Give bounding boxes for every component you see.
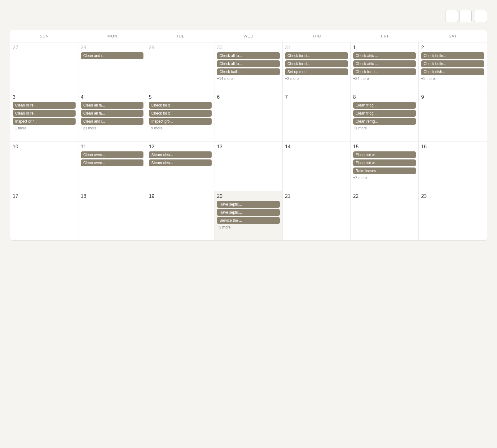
navigation-controls — [446, 10, 487, 22]
event-tag[interactable]: Clean all fa... — [81, 110, 144, 117]
date-number: 21 — [285, 194, 348, 199]
event-tag[interactable]: Clean fridg... — [353, 110, 416, 117]
date-number: 16 — [421, 144, 484, 150]
more-events-link[interactable]: +23 more — [81, 126, 144, 130]
prev-month-button[interactable] — [446, 10, 458, 22]
date-number: 3 — [13, 94, 76, 100]
event-tag[interactable]: Clean and r... — [81, 52, 144, 59]
event-tag[interactable]: Clean or re... — [13, 102, 76, 109]
event-tag[interactable]: Clean oven... — [81, 159, 144, 166]
date-number: 8 — [353, 94, 416, 100]
more-events-link[interactable]: +5 more — [421, 76, 484, 81]
event-tag[interactable]: Check all to... — [217, 52, 280, 59]
calendar-cells: 2728Clean and r...2930Check all to...Che… — [10, 42, 487, 241]
calendar-cell-19: 19 — [146, 191, 214, 241]
calendar-cell-17: 17 — [10, 191, 78, 241]
day-header-wed: WED — [214, 30, 283, 42]
calendar-cell-22: 22 — [351, 191, 419, 241]
day-header-fri: FRI — [351, 30, 419, 42]
event-tag[interactable]: Have septic... — [217, 209, 280, 216]
date-number: 31 — [285, 45, 348, 50]
calendar-header — [10, 10, 487, 22]
calendar-cell-23: 23 — [419, 191, 487, 241]
date-number: 20 — [217, 194, 280, 199]
date-number: 10 — [13, 144, 76, 150]
event-tag[interactable]: Clean refrig... — [353, 118, 416, 125]
event-tag[interactable]: Have septic... — [217, 201, 280, 208]
more-events-link[interactable]: +24 more — [353, 76, 416, 81]
event-tag[interactable]: Set up mou... — [285, 68, 348, 75]
calendar-cell-3: 3Clean or re...Clean or re...Inspect or … — [10, 92, 78, 141]
event-tag[interactable]: Check boile... — [421, 60, 484, 67]
event-tag[interactable]: Steam clea... — [149, 151, 212, 158]
event-tag[interactable]: Check attic ... — [353, 52, 416, 59]
more-events-link[interactable]: +1 more — [353, 126, 416, 130]
calendar-cell-13: 13 — [214, 141, 283, 191]
more-events-link[interactable]: +7 more — [353, 176, 416, 180]
event-tag[interactable]: Flush hot w... — [353, 159, 416, 166]
day-header-tue: TUE — [146, 30, 214, 42]
date-number: 23 — [421, 194, 484, 199]
event-tag[interactable]: Check for si... — [285, 52, 348, 59]
calendar-cell-29: 29 — [146, 42, 214, 92]
date-number: 2 — [421, 45, 484, 50]
calendar-cell-28: 28Clean and r... — [78, 42, 147, 92]
calendar-cell-21: 21 — [283, 191, 351, 241]
event-tag[interactable]: Flush hot w... — [353, 151, 416, 158]
calendar-cell-4: 4Clean all fa...Clean all fa...Clean and… — [78, 92, 147, 141]
event-tag[interactable]: Rake leaves — [353, 167, 416, 174]
calendar-cell-2: 2Check boile...Check boile...Check dish.… — [419, 42, 487, 92]
date-number: 17 — [13, 194, 76, 199]
date-number: 4 — [81, 94, 144, 100]
event-tag[interactable]: Check boile... — [421, 52, 484, 59]
more-events-link[interactable]: +2 more — [285, 76, 348, 81]
date-number: 1 — [353, 45, 416, 50]
event-tag[interactable]: Check for si... — [285, 60, 348, 67]
date-number: 14 — [285, 144, 348, 150]
event-tag[interactable]: Clean or re... — [13, 110, 76, 117]
today-button[interactable] — [474, 10, 487, 22]
event-tag[interactable]: Clean all fa... — [81, 102, 144, 109]
next-month-button[interactable] — [459, 10, 472, 22]
more-events-link[interactable]: +3 more — [217, 225, 280, 229]
date-number: 6 — [217, 94, 280, 100]
event-tag[interactable]: Inspect or r... — [13, 118, 76, 125]
date-number: 5 — [149, 94, 212, 100]
calendar-grid: SUNMONTUEWEDTHUFRISAT 2728Clean and r...… — [10, 30, 487, 241]
date-number: 15 — [353, 144, 416, 150]
calendar-cell-11: 11Clean oven...Clean oven... — [78, 141, 147, 191]
event-tag[interactable]: Check for si... — [353, 68, 416, 75]
more-events-link[interactable]: +1 more — [13, 126, 76, 130]
event-tag[interactable]: Check attic ... — [353, 60, 416, 67]
date-number: 11 — [81, 144, 144, 150]
calendar-cell-7: 7 — [283, 92, 351, 141]
event-tag[interactable]: Check for b... — [149, 102, 212, 109]
calendar-cell-8: 8Clean fridg...Clean fridg...Clean refri… — [351, 92, 419, 141]
date-number: 28 — [81, 45, 144, 50]
event-tag[interactable]: Check dish... — [421, 68, 484, 75]
event-tag[interactable]: Check bath... — [217, 68, 280, 75]
calendar-cell-9: 9 — [419, 92, 487, 141]
calendar-cell-5: 5Check for b...Check for b...Inspect gro… — [146, 92, 214, 141]
event-tag[interactable]: Check all to... — [217, 60, 280, 67]
event-tag[interactable]: Check for b... — [149, 110, 212, 117]
calendar-cell-10: 10 — [10, 141, 78, 191]
calendar-cell-27: 27 — [10, 42, 78, 92]
date-number: 29 — [149, 45, 212, 50]
calendar-cell-6: 6 — [214, 92, 283, 141]
date-number: 18 — [81, 194, 144, 199]
event-tag[interactable]: Clean fridg... — [353, 102, 416, 109]
more-events-link[interactable]: +9 more — [149, 126, 212, 130]
event-tag[interactable]: Clean oven... — [81, 151, 144, 158]
date-number: 7 — [285, 94, 348, 100]
day-header-sat: SAT — [419, 30, 487, 42]
date-number: 19 — [149, 194, 212, 199]
event-tag[interactable]: Inspect gro... — [149, 118, 212, 125]
calendar-cell-16: 16 — [419, 141, 487, 191]
event-tag[interactable]: Clean and i... — [81, 118, 144, 125]
more-events-link[interactable]: +14 more — [217, 76, 280, 81]
event-tag[interactable]: Service the ... — [217, 217, 280, 224]
event-tag[interactable]: Steam clea... — [149, 159, 212, 166]
calendar-cell-18: 18 — [78, 191, 147, 241]
date-number: 13 — [217, 144, 280, 150]
